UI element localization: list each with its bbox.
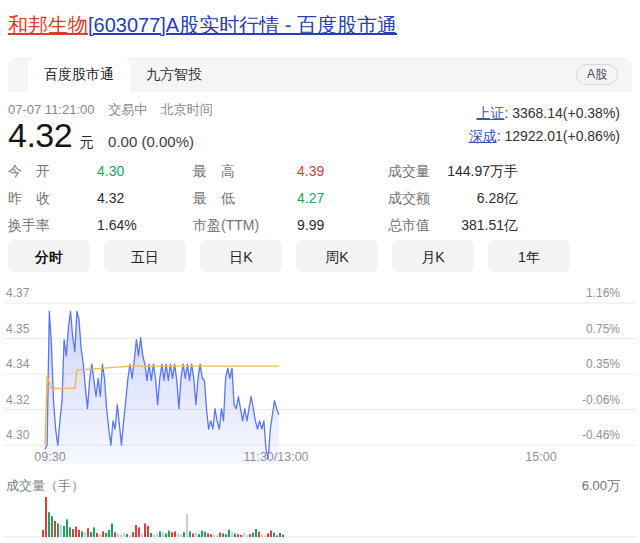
volume-bar (255, 529, 257, 537)
volume-bar (228, 530, 230, 537)
stats-row: 换手率1.64%市盈(TTM)9.99总市值381.51亿 (0, 212, 640, 239)
volume-bar (132, 532, 134, 537)
volume-bar (180, 534, 182, 537)
current-price: 4.32 (8, 116, 72, 154)
volume-bar (120, 535, 122, 537)
x-axis-time-label: 15:00 (525, 450, 556, 464)
index-quotes: 上证: 3368.14(+0.38%) 深成: 12922.01(+0.86%) (469, 102, 620, 148)
volume-bar (117, 534, 119, 537)
shenzhen-index-link[interactable]: 深成 (469, 128, 497, 144)
volume-bar (195, 533, 197, 537)
shanghai-index-link[interactable]: 上证 (476, 105, 504, 121)
volume-bar (204, 532, 206, 537)
volume-bar (276, 535, 278, 537)
shanghai-index-value: : 3368.14(+0.38%) (504, 105, 620, 121)
y-axis-price-label: 4.37 (6, 286, 29, 300)
result-title-rest: [603077]A股实时行情 - 百度股市通 (88, 14, 397, 36)
volume-bar (60, 525, 62, 537)
volume-bar (99, 534, 101, 537)
volume-bar (105, 533, 107, 537)
volume-chart-canvas[interactable] (0, 495, 640, 543)
stat-label: 市盈(TTM) (193, 212, 259, 239)
shenzhen-index-value: : 12922.01(+0.86%) (497, 128, 620, 144)
volume-bar (213, 535, 215, 537)
result-title-link[interactable]: 和邦生物[603077]A股实时行情 - 百度股市通 (8, 12, 397, 38)
volume-bar (96, 533, 98, 537)
period-tab-五日[interactable]: 五日 (104, 240, 186, 272)
y-axis-price-label: 4.32 (6, 393, 29, 407)
volume-bar (225, 534, 227, 537)
y-axis-price-label: 4.34 (6, 357, 29, 371)
volume-bar (69, 527, 71, 537)
volume-bar (270, 531, 272, 537)
volume-bar (126, 534, 128, 537)
volume-bar (237, 534, 239, 537)
volume-bar (246, 535, 248, 537)
x-axis-time-label: 11:30/13:00 (243, 450, 308, 464)
volume-bar (243, 533, 245, 537)
volume-bar (240, 535, 242, 537)
volume-bar (279, 533, 281, 537)
stock-quote-page: 和邦生物[603077]A股实时行情 - 百度股市通 百度股市通 九方智投 A股… (0, 0, 640, 543)
volume-bar (123, 533, 125, 537)
stats-row: 昨 收4.32最 低4.27成交额6.28亿 (0, 185, 640, 212)
stat-value: 144.97万手 (398, 158, 518, 185)
stats-grid: 今 开4.30最 高4.39成交量144.97万手昨 收4.32最 低4.27成… (0, 158, 640, 239)
volume-bar (198, 534, 200, 537)
volume-bar (144, 523, 146, 537)
volume-bar (273, 533, 275, 537)
volume-bar (222, 533, 224, 537)
volume-bar (108, 530, 110, 537)
volume-bar (216, 535, 218, 537)
volume-bar (75, 527, 77, 537)
volume-bar (90, 532, 92, 537)
period-tab-分时[interactable]: 分时 (8, 240, 90, 272)
volume-bar (93, 527, 95, 537)
stock-name-highlight: 和邦生物 (8, 14, 88, 36)
volume-bar (138, 527, 140, 537)
period-tab-日K[interactable]: 日K (200, 240, 282, 272)
volume-bar (57, 523, 59, 537)
price-unit: 元 (80, 134, 94, 150)
y-axis-percent-label: 0.35% (586, 357, 620, 371)
volume-bar (156, 534, 158, 537)
tab-jiufang-zhitou[interactable]: 九方智投 (130, 57, 218, 92)
stat-value: 1.64% (97, 212, 137, 239)
volume-bar (81, 531, 83, 537)
volume-bar (84, 532, 86, 537)
tab-baidu-gushitong[interactable]: 百度股市通 (28, 57, 130, 92)
y-axis-percent-label: 1.16% (586, 286, 620, 300)
price-change: 0.00 (0.00%) (108, 133, 194, 150)
volume-bar (192, 533, 194, 537)
period-tab-1年[interactable]: 1年 (488, 240, 570, 272)
volume-bar (267, 533, 269, 537)
stat-value: 381.51亿 (398, 212, 518, 239)
volume-bar (258, 532, 260, 537)
volume-bar (147, 526, 149, 537)
volume-bar (102, 531, 104, 537)
period-tab-周K[interactable]: 周K (296, 240, 378, 272)
volume-bar (78, 530, 80, 537)
volume-bar (63, 526, 65, 537)
volume-bar (177, 533, 179, 537)
volume-bar (114, 532, 116, 537)
volume-bar (141, 534, 143, 537)
volume-bar (48, 512, 50, 537)
intraday-chart-canvas[interactable] (0, 278, 640, 468)
volume-bar (171, 532, 173, 537)
period-tab-月K[interactable]: 月K (392, 240, 474, 272)
y-axis-percent-label: 0.75% (586, 322, 620, 336)
volume-bar (87, 528, 89, 537)
volume-bar (183, 532, 185, 537)
chart-period-tabs: 分时五日日K周K月K1年 (8, 240, 570, 272)
volume-bar (264, 535, 266, 537)
volume-bar (159, 531, 161, 537)
index-row-shanghai: 上证: 3368.14(+0.38%) (469, 102, 620, 125)
y-axis-percent-label: -0.46% (582, 428, 620, 442)
volume-bar (282, 535, 284, 537)
volume-bar (42, 530, 44, 537)
stat-value: 4.27 (297, 185, 324, 212)
stat-value: 4.30 (97, 158, 124, 185)
y-axis-price-label: 4.30 (6, 428, 29, 442)
volume-bar (219, 533, 221, 537)
